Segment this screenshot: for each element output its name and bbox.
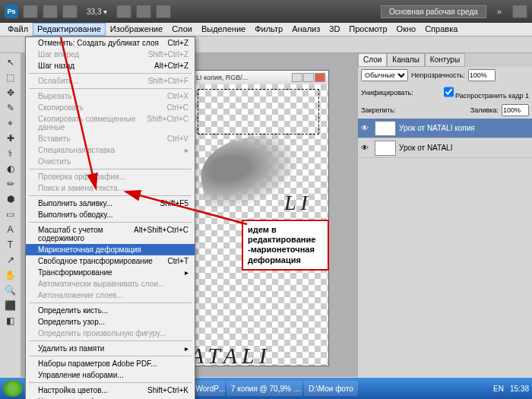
panel-tabs: СлоиКаналыКонтуры: [358, 53, 532, 67]
menu-item: Скопировать совмещенные данныеShift+Ctrl…: [26, 113, 195, 133]
app-titlebar: Ps 33,3 ▾ Основная рабочая среда »: [0, 0, 532, 23]
tool-icon[interactable]: ✥: [2, 85, 20, 100]
tool-icon[interactable]: T: [2, 237, 20, 252]
taskbar-item[interactable]: D:\Мои фото: [304, 381, 358, 396]
document-window[interactable]: LI копия, RGB/... LI NATALI: [192, 70, 329, 366]
tool-icon[interactable]: ↖: [2, 55, 20, 70]
app-logo-icon: Ps: [5, 5, 18, 18]
mini-bridge-icon[interactable]: [43, 5, 58, 18]
tool-icon[interactable]: ✏: [2, 176, 20, 192]
edit-menu-dropdown: Отменить: Создать дубликат слояCtrl+ZШаг…: [25, 36, 195, 399]
workspace-switcher[interactable]: Основная рабочая среда: [381, 5, 486, 18]
menu-Слои[interactable]: Слои: [167, 23, 197, 36]
toolbox: ↖⬚✥✎⌖✚⚕◐✏⬢▭AT↗✋🔍⬛◧: [0, 53, 21, 377]
menu-item[interactable]: Выполнить заливку...Shift+F5: [26, 198, 195, 209]
panels-dock: СлоиКаналыКонтуры Обычные Непрозрачность…: [357, 53, 532, 377]
fill-label: Заливка:: [470, 106, 499, 114]
tool-icon[interactable]: ⌖: [2, 116, 20, 131]
cs-live-icon[interactable]: [512, 5, 527, 18]
menu-item: Проверка орфографии...: [26, 171, 195, 182]
layer-thumb: [375, 121, 396, 136]
chevrons-icon[interactable]: »: [491, 7, 508, 16]
tool-icon[interactable]: ✋: [2, 268, 20, 283]
menu-Окно[interactable]: Окно: [392, 23, 421, 36]
menu-item: ВырезатьCtrl+X: [26, 90, 195, 102]
menu-item[interactable]: Определить узор...: [26, 316, 195, 328]
tool-icon[interactable]: A: [2, 222, 20, 237]
visibility-icon[interactable]: 👁: [361, 144, 372, 152]
layer-row[interactable]: 👁Урок от NATALI: [358, 138, 532, 158]
start-button[interactable]: [3, 380, 23, 397]
tool-icon[interactable]: 🔍: [2, 283, 20, 298]
menu-Справка[interactable]: Справка: [420, 23, 462, 36]
menu-item[interactable]: Управление наборами...: [26, 369, 195, 381]
menu-3D[interactable]: 3D: [325, 23, 344, 36]
close-icon[interactable]: [315, 73, 325, 82]
fill-input[interactable]: [502, 104, 529, 116]
menu-Файл[interactable]: Файл: [3, 23, 33, 36]
annotation-callout: идем в редактирование -марионеточная деф…: [242, 220, 329, 271]
menu-item[interactable]: Свободное трансформированиеCtrl+T: [26, 255, 195, 267]
menu-item[interactable]: Трансформирование▸: [26, 267, 195, 278]
tool-icon[interactable]: ⚕: [2, 146, 20, 161]
canvas-text-2: NATALI: [193, 343, 271, 366]
menu-item[interactable]: Шаг назадAlt+Ctrl+Z: [26, 60, 195, 71]
menu-bar: ФайлРедактированиеИзображениеСлоиВыделен…: [0, 23, 532, 36]
menu-item[interactable]: Масштаб с учетом содержимогоAlt+Shift+Ct…: [26, 224, 195, 244]
tool-icon[interactable]: ⬢: [2, 192, 20, 207]
menu-Выделение[interactable]: Выделение: [197, 23, 250, 36]
tool-icon[interactable]: ◐: [2, 161, 20, 176]
screen-mode-icon[interactable]: [156, 5, 171, 18]
menu-Изображение[interactable]: Изображение: [106, 23, 167, 36]
view-extras-icon[interactable]: [62, 5, 78, 18]
menu-item[interactable]: Марионеточная деформация: [26, 244, 195, 255]
tool-icon[interactable]: ✎: [2, 100, 20, 116]
tool-icon[interactable]: ⬛: [2, 298, 20, 313]
layer-name: Урок от NATALI копия: [399, 124, 475, 132]
zoom-value[interactable]: 33,3 ▾: [82, 8, 112, 16]
canvas-text-1: LI: [284, 191, 312, 215]
tool-icon[interactable]: ▭: [2, 207, 20, 222]
layer-row[interactable]: 👁Урок от NATALI копия: [358, 119, 532, 138]
menu-Анализ[interactable]: Анализ: [287, 23, 325, 36]
menu-item[interactable]: Определить кисть...: [26, 305, 195, 316]
tool-icon[interactable]: ⬚: [2, 70, 20, 85]
menu-item: Шаг впередShift+Ctrl+Z: [26, 49, 195, 60]
menu-item[interactable]: Отменить: Создать дубликат слояCtrl+Z: [26, 37, 195, 49]
bridge-icon[interactable]: [23, 5, 38, 18]
opacity-input[interactable]: [468, 69, 496, 81]
menu-item: Поиск и замена текста...: [26, 182, 195, 194]
menu-item: Специальная вставка▸: [26, 144, 195, 156]
menu-item[interactable]: Выполнить обводку...: [26, 209, 195, 220]
maximize-icon[interactable]: [303, 73, 314, 82]
layers-list: 👁Урок от NATALI копия👁Урок от NATALI: [358, 119, 532, 158]
hand-tool-icon[interactable]: [116, 5, 131, 18]
menu-item[interactable]: Настройка цветов...Shift+Ctrl+K: [26, 385, 195, 396]
menu-Просмотр[interactable]: Просмотр: [344, 23, 391, 36]
menu-item: Определить произвольную фигуру...: [26, 328, 195, 339]
propagate-label: Распространить кадр 1: [455, 92, 529, 100]
propagate-checkbox[interactable]: [444, 86, 454, 98]
menu-item[interactable]: Наборы параметров Adobe PDF...: [26, 358, 195, 369]
menu-item[interactable]: Назначить профиль...: [26, 396, 195, 399]
tray-lang[interactable]: EN: [493, 385, 508, 393]
document-titlebar[interactable]: LI копия, RGB/...: [193, 71, 328, 84]
menu-Редактирование[interactable]: Редактирование: [33, 23, 106, 36]
unify-label: Унифицировать:: [361, 89, 413, 97]
lock-label: Закрепить:: [361, 106, 396, 114]
visibility-icon[interactable]: 👁: [361, 124, 372, 132]
document-title: LI копия, RGB/...: [196, 74, 248, 81]
blend-mode-select[interactable]: Обычные: [361, 69, 408, 81]
panel-tab[interactable]: Контуры: [425, 53, 465, 67]
menu-item[interactable]: Удалить из памяти▸: [26, 343, 195, 354]
tool-icon[interactable]: ◧: [2, 313, 20, 328]
tool-icon[interactable]: ↗: [2, 252, 20, 268]
panel-tab[interactable]: Слои: [358, 53, 387, 67]
minimize-icon[interactable]: [292, 73, 302, 82]
panel-tab[interactable]: Каналы: [387, 53, 425, 67]
tool-icon[interactable]: ✚: [2, 131, 20, 146]
arrange-icon[interactable]: [136, 5, 151, 18]
menu-Фильтр[interactable]: Фильтр: [250, 23, 287, 36]
menu-item: Автоналожение слоев...: [26, 290, 195, 301]
taskbar-item[interactable]: 7 копия @ 70,9% …: [226, 381, 302, 396]
